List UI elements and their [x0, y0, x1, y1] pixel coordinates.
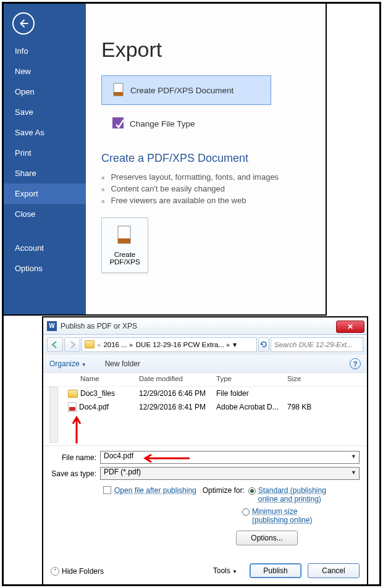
col-type[interactable]: Type: [216, 373, 287, 386]
col-size[interactable]: Size: [287, 373, 330, 386]
word-backstage: Document1 [Con Info New Open Save Save A…: [4, 4, 327, 316]
bullet: Free viewers are available on the web: [101, 195, 326, 206]
folder-icon: [68, 390, 78, 398]
menu-export[interactable]: Export: [4, 183, 86, 204]
option-label: Create PDF/XPS Document: [130, 86, 234, 95]
bullet: Preserves layout, formatting, fonts, and…: [101, 171, 326, 183]
back-button[interactable]: [12, 12, 35, 35]
folder-icon: [85, 340, 95, 348]
menu-open[interactable]: Open: [4, 82, 86, 102]
page-title: Export: [101, 38, 326, 62]
menu-options[interactable]: Options: [4, 258, 86, 279]
nav-back-icon: [51, 341, 59, 348]
section-subhead: Create a PDF/XPS Document: [101, 152, 326, 165]
backstage-menu: Info New Open Save Save As Print Share E…: [4, 41, 86, 279]
help-button[interactable]: ?: [350, 358, 361, 369]
svg-rect-4: [118, 238, 130, 243]
toolbar: Organize▼ New folder ?: [43, 355, 367, 373]
arrow-left-icon: [18, 18, 29, 29]
nav-fwd[interactable]: [64, 337, 80, 352]
new-folder-button[interactable]: New folder: [105, 359, 140, 368]
annotation-arrow-left: [141, 454, 191, 463]
menu-gap: [4, 224, 86, 238]
nav-fwd-icon: [69, 341, 76, 348]
radio-standard[interactable]: [248, 487, 256, 495]
menu-print[interactable]: Print: [4, 143, 86, 163]
menu-save[interactable]: Save: [4, 102, 86, 122]
file-row[interactable]: Doc3_files 12/29/2016 6:46 PM File folde…: [43, 387, 367, 400]
menu-share[interactable]: Share: [4, 163, 86, 183]
bigbtn-label: Create PDF/XPS: [102, 251, 148, 266]
cancel-button[interactable]: Cancel: [308, 563, 360, 578]
option-create-pdfxps[interactable]: Create PDF/XPS Document: [101, 75, 271, 105]
backstage-main: Export Create PDF/XPS Document Change Fi…: [86, 4, 326, 314]
nav-back[interactable]: [47, 337, 63, 352]
backstage-sidebar: Info New Open Save Save As Print Share E…: [4, 4, 86, 314]
filename-input[interactable]: Doc4.pdf▼: [100, 451, 360, 464]
menu-account[interactable]: Account: [4, 238, 86, 258]
saveastype-label: Save as type:: [51, 469, 100, 478]
pdfxps-big-icon: [116, 225, 134, 247]
filename-label: File name:: [51, 453, 100, 462]
hide-folders-button[interactable]: ˄ Hide Folders: [51, 567, 104, 576]
file-row[interactable]: Doc4.pdf 12/29/2016 8:41 PM Adobe Acroba…: [43, 400, 367, 414]
svg-rect-1: [114, 92, 123, 96]
breadcrumb[interactable]: « 2016 ... ▸ DUE 12-29-16 PCW Extra... ▸…: [82, 337, 257, 352]
close-button[interactable]: ✕: [336, 321, 364, 333]
dialog-title: Publish as PDF or XPS: [61, 322, 336, 330]
bc-seg[interactable]: DUE 12-29-16 PCW Extra...: [134, 341, 226, 348]
radio-minimum-label[interactable]: Minimum size (publishing online): [252, 507, 332, 524]
form-area: File name: Doc4.pdf▼ Save as type: PDF (…: [43, 446, 367, 545]
radio-standard-label[interactable]: Standard (publishing online and printing…: [258, 486, 339, 503]
menu-close[interactable]: Close: [4, 204, 86, 224]
bullet: Content can't be easily changed: [101, 183, 326, 195]
nav-row: « 2016 ... ▸ DUE 12-29-16 PCW Extra... ▸…: [43, 335, 367, 355]
search-input[interactable]: [271, 337, 363, 352]
chevron-up-icon: ˄: [51, 567, 59, 576]
option-label: Change File Type: [130, 119, 195, 128]
publish-dialog: W Publish as PDF or XPS ✕ « 2016 ... ▸ D…: [42, 316, 368, 586]
change-filetype-icon: [107, 116, 130, 132]
pdf-icon: [68, 402, 77, 412]
button-row: Tools ▼ Publish Cancel: [213, 563, 360, 578]
refresh-icon: [260, 341, 267, 348]
word-icon: W: [47, 321, 57, 331]
saveastype-select[interactable]: PDF (*.pdf)▼: [100, 467, 360, 480]
tools-menu[interactable]: Tools ▼: [213, 566, 237, 575]
bc-dd[interactable]: ▾: [231, 340, 238, 349]
col-name[interactable]: Name: [62, 373, 139, 386]
menu-new[interactable]: New: [4, 61, 86, 82]
col-date[interactable]: Date modified: [139, 373, 216, 386]
pdfxps-icon: [108, 82, 130, 98]
menu-info[interactable]: Info: [4, 41, 86, 61]
column-headers: Name Date modified Type Size: [43, 373, 367, 387]
organize-menu[interactable]: Organize▼: [49, 359, 86, 368]
optimize-label: Optimize for:: [203, 486, 245, 503]
file-list: Name Date modified Type Size Doc3_files …: [43, 373, 367, 446]
open-after-label[interactable]: Open file after publishing: [114, 486, 196, 503]
annotation-arrow-up: [70, 414, 83, 445]
dialog-titlebar: W Publish as PDF or XPS ✕: [43, 317, 367, 335]
radio-minimum[interactable]: [242, 508, 250, 516]
menu-saveas[interactable]: Save As: [4, 122, 86, 143]
open-after-checkbox[interactable]: [103, 486, 111, 494]
publish-button[interactable]: Publish: [250, 563, 301, 578]
bc-seg[interactable]: 2016 ...: [101, 341, 128, 348]
create-pdfxps-button[interactable]: Create PDF/XPS: [101, 217, 148, 273]
option-change-filetype[interactable]: Change File Type: [101, 109, 271, 138]
refresh-button[interactable]: [258, 337, 269, 352]
options-button[interactable]: Options...: [236, 531, 298, 545]
scrollbar[interactable]: [49, 387, 58, 443]
